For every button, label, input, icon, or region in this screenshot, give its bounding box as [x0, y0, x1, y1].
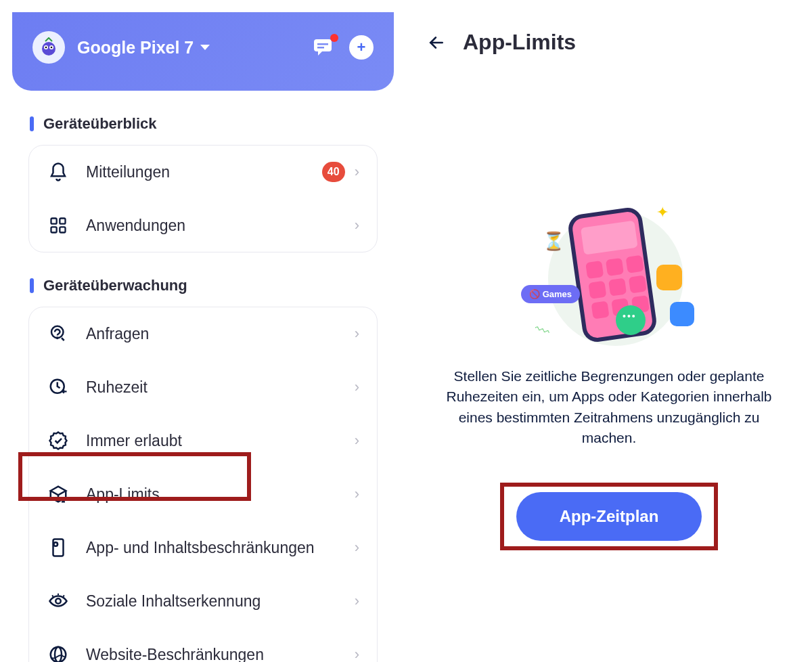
- chevron-down-icon[interactable]: [200, 45, 210, 50]
- section-title: Geräteüberblick: [43, 115, 157, 133]
- main-panel: App-Limits ✦ ⏳ 🚫 Games 〰 Stellen Sie zei…: [406, 0, 812, 662]
- count-badge: 40: [322, 162, 345, 182]
- notification-dot-icon: [330, 34, 338, 42]
- highlight-app-schedule: [500, 483, 719, 550]
- chevron-right-icon: ›: [355, 325, 359, 343]
- main-header: App-Limits: [426, 30, 792, 55]
- sidebar-item-label: Immer erlaubt: [86, 432, 355, 450]
- messages-icon[interactable]: [313, 38, 334, 57]
- bell-icon: [47, 160, 70, 183]
- svg-point-19: [51, 647, 66, 662]
- chevron-right-icon: ›: [355, 646, 359, 662]
- highlight-app-limits: [18, 452, 251, 501]
- badge-check-icon: [47, 429, 70, 452]
- hourglass-icon: ⏳: [543, 231, 564, 252]
- sidebar-item-applications[interactable]: Anwendungen ›: [29, 198, 377, 252]
- svg-rect-9: [51, 219, 57, 224]
- requests-icon: [47, 322, 70, 345]
- sidebar: Google Pixel 7 + Geräteüberblick Mitteil…: [0, 0, 406, 662]
- chevron-right-icon: ›: [355, 378, 359, 396]
- section-title: Geräteüberwachung: [43, 277, 187, 294]
- svg-point-20: [55, 647, 62, 662]
- sidebar-item-label: Website-Beschränkungen: [86, 646, 355, 663]
- svg-point-13: [51, 326, 64, 338]
- sidebar-item-label: Ruhezeit: [86, 378, 355, 397]
- svg-rect-16: [53, 539, 64, 556]
- device-name[interactable]: Google Pixel 7: [77, 38, 194, 58]
- eye-icon: [47, 590, 70, 613]
- svg-rect-11: [51, 227, 57, 232]
- sidebar-item-content-restrictions[interactable]: App- und Inhaltsbeschränkungen ›: [29, 521, 377, 574]
- chevron-right-icon: ›: [355, 432, 359, 449]
- svg-point-0: [42, 42, 55, 56]
- device-header: Google Pixel 7 +: [12, 12, 394, 91]
- page-title: App-Limits: [463, 30, 576, 55]
- sidebar-item-label: Mitteilungen: [86, 163, 322, 181]
- apps-icon: [47, 214, 70, 237]
- profile-avatar[interactable]: [32, 31, 65, 64]
- globe-block-icon: [47, 643, 70, 662]
- clock-downtime-icon: [47, 376, 70, 399]
- chevron-right-icon: ›: [355, 217, 359, 234]
- squiggle-icon: 〰: [532, 320, 552, 342]
- svg-rect-12: [60, 227, 65, 232]
- section-heading-monitoring: Geräteüberwachung: [30, 277, 394, 294]
- svg-rect-5: [314, 39, 332, 51]
- game-controller-icon: [656, 265, 682, 290]
- sidebar-item-notifications[interactable]: Mitteilungen 40 ›: [29, 146, 377, 198]
- section-heading-overview: Geräteüberblick: [30, 115, 394, 133]
- sidebar-item-label: Anfragen: [86, 325, 355, 343]
- overview-card: Mitteilungen 40 › Anwendungen ›: [28, 145, 378, 252]
- sidebar-item-label: Anwendungen: [86, 217, 355, 235]
- sidebar-item-label: App- und Inhaltsbeschränkungen: [86, 539, 355, 557]
- add-button[interactable]: +: [349, 35, 374, 60]
- empty-state-text: Stellen Sie zeitliche Begrenzungen oder …: [433, 366, 785, 449]
- back-arrow-icon[interactable]: [426, 34, 447, 51]
- sidebar-item-label: Soziale Inhaltserkennung: [86, 592, 355, 611]
- svg-point-14: [57, 338, 58, 339]
- svg-point-18: [55, 598, 61, 604]
- sidebar-item-website-restrictions[interactable]: Website-Beschränkungen ›: [29, 627, 377, 662]
- svg-point-17: [54, 542, 58, 546]
- monitoring-card: Anfragen › Ruhezeit › Immer erlaubt ›: [28, 307, 378, 662]
- video-icon: [670, 302, 694, 326]
- sidebar-item-social-detection[interactable]: Soziale Inhaltserkennung ›: [29, 574, 377, 627]
- sidebar-item-downtime[interactable]: Ruhezeit ›: [29, 360, 377, 414]
- chat-bubble-icon: [616, 305, 646, 335]
- chevron-right-icon: ›: [355, 539, 359, 556]
- svg-rect-8: [317, 47, 324, 49]
- device-gear-icon: [47, 536, 70, 559]
- svg-point-4: [51, 47, 53, 49]
- chevron-right-icon: ›: [355, 592, 359, 610]
- star-icon: ✦: [656, 204, 669, 221]
- chevron-right-icon: ›: [355, 163, 359, 181]
- chevron-right-icon: ›: [355, 485, 359, 503]
- svg-marker-6: [318, 50, 323, 56]
- sidebar-item-requests[interactable]: Anfragen ›: [29, 307, 377, 360]
- empty-state: ✦ ⏳ 🚫 Games 〰 Stellen Sie zeitliche Begr…: [426, 204, 792, 550]
- svg-point-3: [45, 47, 47, 49]
- illustration: ✦ ⏳ 🚫 Games 〰: [521, 204, 697, 346]
- svg-rect-10: [60, 219, 65, 224]
- games-tag: 🚫 Games: [521, 285, 580, 303]
- svg-rect-7: [317, 43, 328, 45]
